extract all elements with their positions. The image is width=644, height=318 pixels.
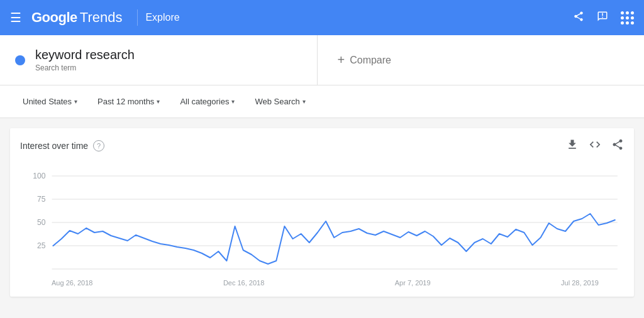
header-left: ☰ Google Trends Explore — [10, 9, 187, 26]
search-bar: keyword research Search term + Compare — [0, 35, 644, 85]
region-dropdown-icon: ▾ — [74, 98, 77, 105]
x-axis-labels: Aug 26, 2018 Dec 16, 2018 Apr 7, 2019 Ju… — [20, 277, 624, 287]
download-icon[interactable] — [566, 138, 579, 153]
embed-icon[interactable] — [589, 138, 601, 153]
time-filter[interactable]: Past 12 months ▾ — [90, 93, 167, 110]
compare-section[interactable]: + Compare — [318, 35, 645, 85]
logo-google: Google — [31, 9, 77, 26]
logo-trends: Trends — [80, 9, 123, 26]
explore-label: Explore — [137, 9, 187, 26]
time-dropdown-icon: ▾ — [157, 98, 160, 105]
feedback-icon[interactable] — [597, 11, 608, 25]
chart-container: 100 75 50 25 — [20, 163, 624, 277]
search-term-content: keyword research Search term — [35, 48, 135, 72]
svg-text:75: 75 — [37, 195, 46, 204]
share-chart-icon[interactable] — [611, 138, 624, 153]
categories-label: All categories — [180, 97, 229, 106]
search-type-dropdown-icon: ▾ — [303, 98, 306, 105]
categories-dropdown-icon: ▾ — [231, 98, 235, 105]
search-type-filter[interactable]: Web Search ▾ — [247, 93, 313, 110]
chart-actions — [566, 138, 624, 153]
svg-text:50: 50 — [37, 218, 46, 227]
chart-header: Interest over time ? — [20, 138, 624, 153]
app-header: ☰ Google Trends Explore — [0, 0, 644, 35]
x-label-2: Dec 16, 2018 — [223, 279, 264, 287]
region-filter[interactable]: United States ▾ — [15, 93, 85, 110]
logo: Google Trends — [31, 9, 122, 26]
trend-chart: 100 75 50 25 — [20, 163, 624, 277]
compare-plus-icon: + — [338, 53, 345, 67]
filter-bar: United States ▾ Past 12 months ▾ All cat… — [0, 85, 644, 118]
header-right — [573, 11, 634, 25]
search-term-text: keyword research — [35, 48, 135, 62]
time-label: Past 12 months — [97, 97, 154, 106]
region-label: United States — [23, 97, 72, 106]
svg-text:100: 100 — [33, 172, 46, 180]
search-type-label: Web Search — [255, 97, 299, 106]
chart-section: Interest over time ? 100 — [10, 128, 634, 297]
apps-icon[interactable] — [621, 11, 634, 25]
search-dot — [15, 55, 25, 65]
help-icon[interactable]: ? — [93, 140, 104, 151]
help-icon-text: ? — [97, 142, 101, 150]
chart-title-area: Interest over time ? — [20, 140, 104, 151]
x-label-3: Apr 7, 2019 — [395, 279, 431, 287]
menu-icon[interactable]: ☰ — [10, 10, 21, 25]
share-icon[interactable] — [573, 11, 584, 25]
chart-title: Interest over time — [20, 141, 88, 151]
x-label-1: Aug 26, 2018 — [52, 279, 92, 287]
compare-text: Compare — [350, 55, 391, 66]
svg-text:25: 25 — [37, 241, 46, 250]
categories-filter[interactable]: All categories ▾ — [172, 93, 242, 110]
search-term-section: keyword research Search term — [0, 35, 318, 85]
search-term-label: Search term — [35, 63, 135, 72]
x-label-4: Jul 28, 2019 — [561, 279, 599, 287]
